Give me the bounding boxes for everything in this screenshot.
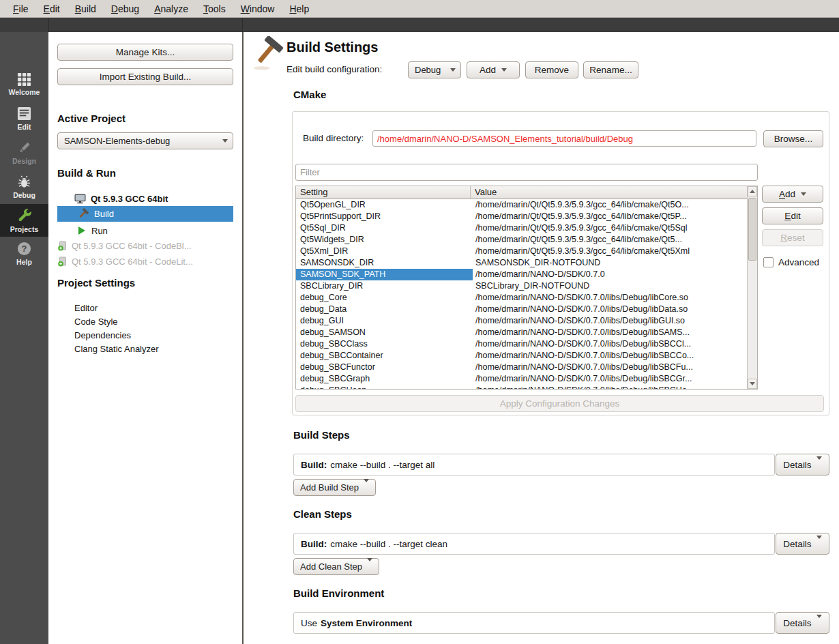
edit-setting-button[interactable]: Edit — [762, 207, 823, 224]
value-cell[interactable]: /home/dmarin/NANO-D/SDK/0.7.0/libs/Debug… — [471, 315, 748, 327]
value-cell[interactable]: /home/dmarin/NANO-D/SDK/0.7.0/libs/Debug… — [471, 304, 748, 315]
table-row[interactable]: SBCLibrary_DIRSBCLibrary_DIR-NOTFOUND — [296, 280, 748, 292]
scroll-down-icon[interactable] — [748, 379, 757, 389]
setting-cell[interactable]: debug_SBCGraph — [296, 373, 471, 385]
setting-cell[interactable]: debug_SBCContainer — [296, 350, 471, 362]
config-select[interactable]: Debug — [408, 61, 461, 78]
build-step-details-button[interactable]: Details — [776, 454, 829, 475]
setting-cell[interactable]: SBCLibrary_DIR — [296, 280, 471, 292]
active-project-select[interactable]: SAMSON-Elements-debug — [57, 132, 233, 149]
setting-cell[interactable]: debug_Core — [296, 292, 471, 304]
value-cell[interactable]: /home/dmarin/NANO-D/SDK/0.7.0/libs/Debug… — [471, 350, 748, 362]
sidebar-item-help[interactable]: ? Help — [0, 237, 48, 269]
setting-cell[interactable]: SAMSON_SDK_PATH — [296, 269, 471, 280]
setting-cell[interactable]: debug_SAMSON — [296, 327, 471, 338]
setting-cell[interactable]: debug_Data — [296, 304, 471, 315]
table-row[interactable]: SAMSON_SDK_PATH/home/dmarin/NANO-D/SDK/0… — [296, 269, 748, 280]
add-config-button[interactable]: Add — [467, 61, 520, 78]
scroll-up-icon[interactable] — [748, 186, 757, 196]
sidebar-item-welcome[interactable]: Welcome — [0, 68, 48, 100]
table-row[interactable]: SAMSONSDK_DIRSAMSONSDK_DIR-NOTFOUND — [296, 257, 748, 269]
menu-tools[interactable]: Tools — [196, 3, 233, 14]
value-cell[interactable]: SAMSONSDK_DIR-NOTFOUND — [471, 257, 748, 269]
tree-item-build[interactable]: Build — [57, 206, 233, 222]
value-cell[interactable]: /home/dmarin/Qt/Qt5.9.3/5.9.3/gcc_64/lib… — [471, 199, 748, 211]
tree-item-run[interactable]: Run — [57, 223, 233, 238]
add-build-step-button[interactable]: Add Build Step — [293, 479, 376, 496]
sidebar-item-projects[interactable]: Projects — [0, 204, 48, 237]
menu-window[interactable]: Window — [233, 3, 282, 14]
setting-cell[interactable]: Qt5PrintSupport_DIR — [296, 211, 471, 222]
setting-cell[interactable]: debug_SBCHeap — [296, 385, 471, 390]
value-cell[interactable]: /home/dmarin/NANO-D/SDK/0.7.0/libs/Debug… — [471, 362, 748, 373]
table-row[interactable]: Qt5OpenGL_DIR/home/dmarin/Qt/Qt5.9.3/5.9… — [296, 199, 748, 211]
table-row[interactable]: debug_Data/home/dmarin/NANO-D/SDK/0.7.0/… — [296, 304, 748, 315]
tree-item-kit-codelite[interactable]: Qt 5.9.3 GCC 64bit - CodeLit... — [57, 254, 233, 269]
table-scrollbar[interactable] — [747, 186, 757, 389]
menu-build[interactable]: Build — [68, 3, 104, 14]
table-row[interactable]: Qt5Xml_DIR/home/dmarin/Qt/Qt5.9.3/5.9.3/… — [296, 246, 748, 257]
project-settings-item-dependencies[interactable]: Dependencies — [74, 330, 131, 340]
browse-button[interactable]: Browse... — [763, 130, 823, 147]
table-row[interactable]: debug_SAMSON/home/dmarin/NANO-D/SDK/0.7.… — [296, 327, 748, 338]
pencil-icon — [16, 140, 32, 156]
table-row[interactable]: Qt5PrintSupport_DIR/home/dmarin/Qt/Qt5.9… — [296, 211, 748, 222]
remove-config-button[interactable]: Remove — [525, 61, 578, 78]
sidebar-item-debug[interactable]: Debug — [0, 170, 48, 203]
menu-edit[interactable]: Edit — [36, 3, 68, 14]
table-row[interactable]: debug_Core/home/dmarin/NANO-D/SDK/0.7.0/… — [296, 292, 748, 304]
setting-cell[interactable]: Qt5Widgets_DIR — [296, 234, 471, 246]
table-row[interactable]: debug_SBCGraph/home/dmarin/NANO-D/SDK/0.… — [296, 373, 748, 385]
table-row[interactable]: debug_SBCHeap/home/dmarin/NANO-D/SDK/0.7… — [296, 385, 748, 390]
advanced-checkbox[interactable] — [763, 257, 774, 267]
column-header-setting[interactable]: Setting — [296, 186, 471, 199]
project-settings-item-editor[interactable]: Editor — [74, 303, 98, 313]
table-row[interactable]: debug_SBCFunctor/home/dmarin/NANO-D/SDK/… — [296, 362, 748, 373]
tree-item-kit-codeblocks[interactable]: Qt 5.9.3 GCC 64bit - CodeBl... — [57, 239, 233, 253]
project-settings-item-clang-analyzer[interactable]: Clang Static Analyzer — [74, 344, 159, 354]
clean-step-details-button[interactable]: Details — [776, 533, 829, 555]
value-cell[interactable]: /home/dmarin/NANO-D/SDK/0.7.0/libs/Debug… — [471, 385, 748, 390]
menu-file[interactable]: File — [5, 3, 36, 14]
add-clean-step-button[interactable]: Add Clean Step — [293, 558, 379, 575]
column-header-value[interactable]: Value — [471, 186, 757, 199]
build-directory-input[interactable] — [372, 130, 756, 147]
project-settings-item-code-style[interactable]: Code Style — [74, 317, 118, 327]
table-row[interactable]: Qt5Sql_DIR/home/dmarin/Qt/Qt5.9.3/5.9.3/… — [296, 222, 748, 234]
manage-kits-button[interactable]: Manage Kits... — [57, 44, 233, 61]
value-cell[interactable]: SBCLibrary_DIR-NOTFOUND — [471, 280, 748, 292]
filter-input[interactable] — [295, 164, 758, 181]
setting-cell[interactable]: Qt5Xml_DIR — [296, 246, 471, 257]
kit-name: Qt 5.9.3 GCC 64bit — [91, 194, 168, 204]
value-cell[interactable]: /home/dmarin/NANO-D/SDK/0.7.0/libs/Debug… — [471, 338, 748, 350]
setting-cell[interactable]: debug_SBCFunctor — [296, 362, 471, 373]
table-row[interactable]: Qt5Widgets_DIR/home/dmarin/Qt/Qt5.9.3/5.… — [296, 234, 748, 246]
setting-cell[interactable]: Qt5Sql_DIR — [296, 222, 471, 234]
setting-cell[interactable]: SAMSONSDK_DIR — [296, 257, 471, 269]
value-cell[interactable]: /home/dmarin/Qt/Qt5.9.3/5.9.3/gcc_64/lib… — [471, 211, 748, 222]
value-cell[interactable]: /home/dmarin/Qt/Qt5.9.3/5.9.3/gcc_64/lib… — [471, 222, 748, 234]
setting-cell[interactable]: debug_SBCClass — [296, 338, 471, 350]
menu-debug[interactable]: Debug — [104, 3, 147, 14]
value-cell[interactable]: /home/dmarin/NANO-D/SDK/0.7.0/libs/Debug… — [471, 373, 748, 385]
table-row[interactable]: debug_SBCContainer/home/dmarin/NANO-D/SD… — [296, 350, 748, 362]
value-cell[interactable]: /home/dmarin/NANO-D/SDK/0.7.0 — [471, 269, 748, 280]
menu-analyze[interactable]: Analyze — [147, 3, 196, 14]
scrollbar-thumb[interactable] — [748, 198, 756, 261]
value-cell[interactable]: /home/dmarin/Qt/Qt5.9.3/5.9.3/gcc_64/lib… — [471, 234, 748, 246]
value-cell[interactable]: /home/dmarin/NANO-D/SDK/0.7.0/libs/Debug… — [471, 292, 748, 304]
rename-config-button[interactable]: Rename... — [583, 61, 638, 78]
value-cell[interactable]: /home/dmarin/Qt/Qt5.9.3/5.9.3/gcc_64/lib… — [471, 246, 748, 257]
sidebar-item-edit[interactable]: Edit — [0, 102, 48, 134]
import-existing-build-button[interactable]: Import Existing Build... — [57, 68, 233, 85]
setting-cell[interactable]: Qt5OpenGL_DIR — [296, 199, 471, 211]
advanced-checkbox-row[interactable]: Advanced — [763, 257, 819, 267]
value-cell[interactable]: /home/dmarin/NANO-D/SDK/0.7.0/libs/Debug… — [471, 327, 748, 338]
menu-help[interactable]: Help — [282, 3, 317, 14]
tree-item-kit[interactable]: Qt 5.9.3 GCC 64bit — [74, 192, 168, 205]
add-setting-button[interactable]: Add — [762, 186, 823, 203]
setting-cell[interactable]: debug_GUI — [296, 315, 471, 327]
table-row[interactable]: debug_SBCClass/home/dmarin/NANO-D/SDK/0.… — [296, 338, 748, 350]
table-row[interactable]: debug_GUI/home/dmarin/NANO-D/SDK/0.7.0/l… — [296, 315, 748, 327]
environment-details-button[interactable]: Details — [776, 612, 829, 634]
